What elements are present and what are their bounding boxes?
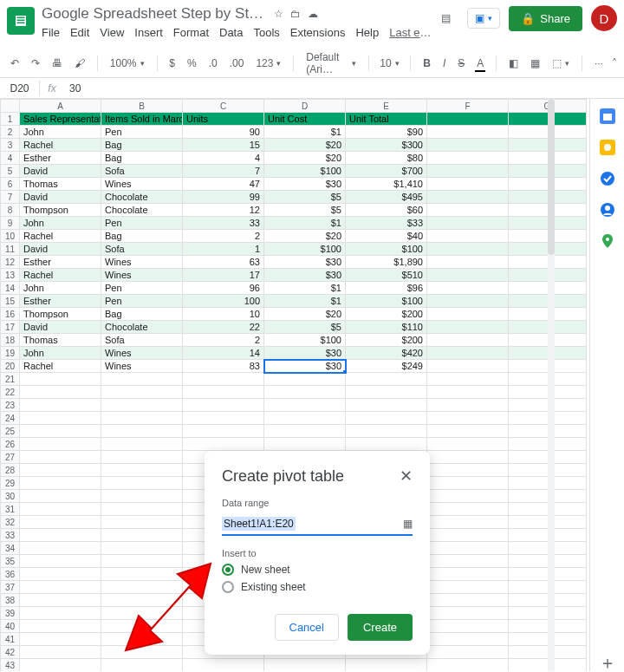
cell[interactable]: [427, 464, 509, 477]
more-toolbar-button[interactable]: ···: [591, 55, 607, 71]
cell[interactable]: 10: [183, 308, 264, 321]
tasks-addon-icon[interactable]: [599, 170, 616, 187]
row-header[interactable]: 29: [1, 477, 20, 490]
cell[interactable]: $30: [264, 347, 346, 360]
cell[interactable]: Esther: [20, 295, 101, 308]
row-header[interactable]: 12: [1, 256, 20, 269]
formula-input[interactable]: 30: [64, 82, 624, 95]
font-family-dropdown[interactable]: Default (Ari…: [302, 49, 359, 77]
cell[interactable]: [20, 438, 101, 451]
cell[interactable]: Sofa: [101, 165, 183, 178]
comment-history-icon[interactable]: ▤: [432, 5, 458, 31]
cell[interactable]: [183, 412, 264, 425]
cell[interactable]: [101, 386, 183, 399]
cell[interactable]: [101, 542, 183, 555]
row-header[interactable]: 13: [1, 269, 20, 282]
present-button[interactable]: ▣▾: [467, 8, 500, 29]
cell[interactable]: [20, 516, 101, 529]
cell[interactable]: [427, 191, 509, 204]
fill-color-button[interactable]: ◧: [505, 55, 522, 71]
cell[interactable]: $20: [264, 152, 346, 165]
cell[interactable]: [183, 425, 264, 438]
cell[interactable]: [20, 581, 101, 594]
cell[interactable]: $30: [264, 256, 346, 269]
row-header[interactable]: 14: [1, 282, 20, 295]
row-header[interactable]: 26: [1, 438, 20, 451]
cell[interactable]: Chocolate: [101, 191, 183, 204]
cell[interactable]: $100: [346, 295, 427, 308]
cell[interactable]: John: [20, 217, 101, 230]
cell[interactable]: [20, 594, 101, 607]
cell[interactable]: [20, 542, 101, 555]
row-header[interactable]: 11: [1, 243, 20, 256]
cell[interactable]: David: [20, 321, 101, 334]
row-header[interactable]: 28: [1, 464, 20, 477]
cell[interactable]: 100: [183, 295, 264, 308]
row-header[interactable]: 25: [1, 425, 20, 438]
cell[interactable]: John: [20, 126, 101, 139]
cell[interactable]: [346, 399, 427, 412]
cell[interactable]: [427, 607, 509, 620]
cell[interactable]: $20: [264, 308, 346, 321]
row-header[interactable]: 1: [1, 113, 20, 126]
cell[interactable]: [101, 464, 183, 477]
cell[interactable]: [427, 217, 509, 230]
cell[interactable]: [427, 451, 509, 464]
name-box[interactable]: D20: [0, 81, 40, 96]
cell[interactable]: [20, 633, 101, 646]
cell[interactable]: [20, 451, 101, 464]
add-addon-button[interactable]: ＋: [599, 654, 616, 671]
strikethrough-button[interactable]: S: [454, 55, 468, 71]
cell[interactable]: $1: [264, 126, 346, 139]
number-format-dropdown[interactable]: 123: [252, 55, 284, 71]
cell[interactable]: [101, 594, 183, 607]
cell[interactable]: $249: [346, 360, 427, 373]
cell[interactable]: [427, 503, 509, 516]
cell[interactable]: [20, 555, 101, 568]
cell[interactable]: Sofa: [101, 243, 183, 256]
cell[interactable]: Wines: [101, 256, 183, 269]
cell[interactable]: $33: [346, 217, 427, 230]
cell[interactable]: David: [20, 243, 101, 256]
radio-new-sheet[interactable]: New sheet: [222, 564, 413, 576]
cell[interactable]: 99: [183, 191, 264, 204]
cell[interactable]: John: [20, 347, 101, 360]
cell[interactable]: [427, 321, 509, 334]
cell[interactable]: Pen: [101, 295, 183, 308]
cell[interactable]: [20, 425, 101, 438]
cell[interactable]: $420: [346, 347, 427, 360]
format-percent-button[interactable]: %: [184, 55, 200, 71]
decrease-decimal-button[interactable]: .0: [205, 55, 221, 71]
cell[interactable]: David: [20, 165, 101, 178]
maps-addon-icon[interactable]: [599, 232, 616, 250]
cell[interactable]: Pen: [101, 217, 183, 230]
row-header[interactable]: 34: [1, 542, 20, 555]
cell[interactable]: [264, 425, 346, 438]
cell[interactable]: [427, 659, 509, 672]
row-header[interactable]: 37: [1, 581, 20, 594]
cell[interactable]: [20, 477, 101, 490]
cell[interactable]: [427, 490, 509, 503]
row-header[interactable]: 6: [1, 178, 20, 191]
text-color-button[interactable]: A: [473, 55, 487, 71]
dialog-close-button[interactable]: ✕: [400, 466, 413, 486]
menu-tools[interactable]: Tools: [253, 26, 279, 39]
cell[interactable]: [346, 425, 427, 438]
cell[interactable]: [101, 490, 183, 503]
row-header[interactable]: 31: [1, 503, 20, 516]
cell[interactable]: Chocolate: [101, 204, 183, 217]
sheets-app-icon[interactable]: [7, 7, 35, 35]
cancel-button[interactable]: Cancel: [275, 614, 339, 641]
cell[interactable]: [427, 594, 509, 607]
cell[interactable]: [20, 620, 101, 633]
cell[interactable]: [427, 529, 509, 542]
cell[interactable]: Items Sold in March: [101, 113, 183, 126]
cell[interactable]: [20, 607, 101, 620]
cell[interactable]: [101, 581, 183, 594]
cell[interactable]: Pen: [101, 282, 183, 295]
cell[interactable]: Thomas: [20, 178, 101, 191]
cell[interactable]: [427, 152, 509, 165]
row-header[interactable]: 27: [1, 451, 20, 464]
cell[interactable]: [264, 659, 346, 672]
cell[interactable]: [264, 373, 346, 386]
